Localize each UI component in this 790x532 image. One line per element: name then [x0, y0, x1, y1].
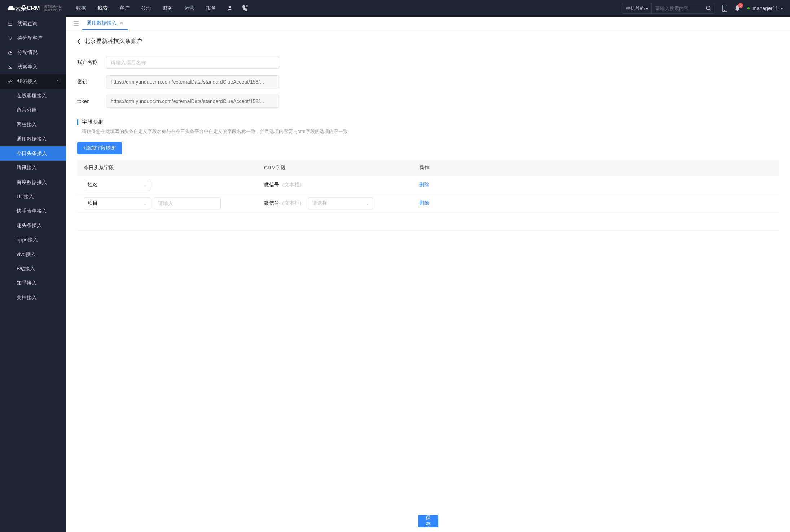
field-input[interactable]	[154, 197, 221, 209]
sidebar-sub-kuaishou[interactable]: 快手表单接入	[0, 204, 66, 218]
sidebar-sub-uc[interactable]: UC接入	[0, 190, 66, 204]
logo-text: 云朵CRM	[15, 5, 40, 12]
search-type-select[interactable]: 手机号码 ▾	[622, 3, 652, 13]
sidebar-item-pending[interactable]: ▽ 待分配客户	[0, 31, 66, 45]
mapping-desc: 请确保您在此填写的头条自定义字段名称与在今日头条平台中自定义的字段名称一致，并且…	[77, 128, 779, 135]
collapse-icon[interactable]	[70, 21, 82, 26]
table-row: 姓名 ⌄ 微信号（文本框） 删除	[77, 176, 779, 194]
search-button[interactable]	[702, 3, 715, 13]
mapping-table: 今日头条字段 CRM字段 操作 姓名 ⌄ 微信号（文本框）	[77, 160, 779, 231]
bell-icon[interactable]: 5	[734, 5, 740, 12]
chevron-down-icon: ⌄	[144, 201, 146, 205]
close-icon[interactable]: ✕	[120, 21, 123, 26]
key-label: 密钥	[77, 79, 106, 85]
nav-clues[interactable]: 线索	[98, 5, 108, 12]
logo-subtitle: 教育机构一站 式服务云平台	[42, 5, 62, 12]
crm-label: 微信号（文本框）	[264, 182, 304, 188]
search-container: 手机号码 ▾	[622, 3, 715, 14]
sidebar-sub-general-data[interactable]: 通用数据接入	[0, 132, 66, 146]
chevron-down-icon: ▾	[781, 6, 783, 10]
sidebar-sub-online-cs[interactable]: 在线客服接入	[0, 89, 66, 103]
nav-customers[interactable]: 客户	[119, 5, 130, 12]
back-button[interactable]	[77, 39, 81, 44]
nav-operations[interactable]: 运营	[184, 5, 194, 12]
crm-label: 微信号（文本框）	[264, 200, 304, 207]
search-input[interactable]	[652, 3, 702, 13]
chevron-down-icon: ▾	[646, 6, 648, 10]
user-menu[interactable]: manager11 ▾	[747, 5, 783, 11]
svg-point-0	[229, 6, 231, 8]
sidebar-sub-qutoutiao[interactable]: 趣头条接入	[0, 218, 66, 233]
tabs-bar: 通用数据接入 ✕	[66, 17, 790, 30]
page-body: 北京昱新科技头条账户 账户名称 密钥 token 字段映射 请确保您在此填写的头…	[66, 30, 790, 532]
sidebar-item-clue-query[interactable]: ☰ 线索查询	[0, 17, 66, 31]
field-select[interactable]: 姓名 ⌄	[84, 179, 150, 191]
sidebar-sub-meiyou[interactable]: 美柚接入	[0, 291, 66, 305]
svg-point-4	[724, 10, 725, 11]
table-row: 项目 ⌄ 微信号（文本框） 请选择 ⌄ 删除	[77, 194, 779, 213]
nav-data[interactable]: 数据	[76, 5, 86, 12]
status-dot	[747, 7, 750, 9]
chevron-down-icon: ⌄	[366, 201, 369, 205]
main-nav: 数据 线索 客户 公海 财务 运营 报名	[76, 5, 216, 12]
chevron-up-icon: ⌃	[56, 80, 59, 84]
tab-general-data[interactable]: 通用数据接入 ✕	[82, 17, 128, 30]
svg-point-2	[706, 6, 710, 10]
token-input[interactable]	[106, 95, 279, 108]
account-name-label: 账户名称	[77, 59, 106, 66]
content-area: 通用数据接入 ✕ 北京昱新科技头条账户 账户名称 密钥 token	[66, 17, 790, 532]
delete-link[interactable]: 删除	[419, 182, 429, 187]
account-name-input[interactable]	[106, 56, 279, 69]
top-header: 云朵CRM 教育机构一站 式服务云平台 数据 线索 客户 公海 财务 运营 报名…	[0, 0, 790, 17]
cloud-icon	[7, 5, 15, 11]
footer-bar: 保存	[66, 510, 790, 532]
field-select[interactable]: 项目 ⌄	[84, 197, 150, 209]
th-crm-field: CRM字段	[264, 165, 419, 171]
sidebar-item-access[interactable]: ☍ 线索接入 ⌃	[0, 74, 66, 89]
save-button[interactable]: 保存	[418, 515, 438, 527]
sidebar-item-import[interactable]: ⇲ 线索导入	[0, 60, 66, 74]
plug-icon: ☍	[7, 79, 13, 84]
sidebar-sub-toutiao[interactable]: 今日头条接入	[0, 146, 66, 161]
chevron-down-icon: ⌄	[144, 183, 146, 187]
sidebar-sub-bilibili[interactable]: B站接入	[0, 262, 66, 276]
nav-public[interactable]: 公海	[141, 5, 151, 12]
crm-select[interactable]: 请选择 ⌄	[308, 197, 373, 209]
table-header: 今日头条字段 CRM字段 操作	[77, 160, 779, 176]
sidebar-sub-zhihu[interactable]: 知乎接入	[0, 276, 66, 291]
sidebar-item-distribution[interactable]: ◔ 分配情况	[0, 45, 66, 60]
nav-enroll[interactable]: 报名	[206, 5, 216, 12]
sidebar-sub-baidu[interactable]: 百度数据接入	[0, 175, 66, 190]
sidebar-sub-oppo[interactable]: oppo接入	[0, 233, 66, 247]
mapping-title: 字段映射	[82, 119, 104, 125]
page-title: 北京昱新科技头条账户	[84, 37, 142, 45]
token-label: token	[77, 98, 106, 104]
list-icon: ☰	[7, 21, 13, 27]
sidebar-sub-vivo[interactable]: vivo接入	[0, 247, 66, 262]
filter-icon: ▽	[7, 35, 13, 41]
add-mapping-button[interactable]: +添加字段映射	[77, 142, 122, 154]
nav-finance[interactable]: 财务	[163, 5, 173, 12]
import-icon: ⇲	[7, 64, 13, 70]
key-input[interactable]	[106, 75, 279, 88]
section-bar	[77, 119, 78, 125]
sidebar: ☰ 线索查询 ▽ 待分配客户 ◔ 分配情况 ⇲ 线索导入 ☍ 线索接入 ⌃ 在线…	[0, 17, 66, 532]
notif-badge: 5	[738, 3, 743, 8]
sidebar-sub-tencent[interactable]: 腾讯接入	[0, 161, 66, 175]
user-add-icon[interactable]	[227, 5, 233, 12]
phone-icon[interactable]	[242, 5, 249, 12]
pie-icon: ◔	[7, 50, 13, 56]
th-action: 操作	[419, 165, 448, 171]
sidebar-sub-message-group[interactable]: 留言分组	[0, 103, 66, 118]
th-toutiao-field: 今日头条字段	[84, 165, 264, 171]
delete-link[interactable]: 删除	[419, 200, 429, 206]
logo: 云朵CRM 教育机构一站 式服务云平台	[7, 5, 62, 12]
table-empty-row	[77, 213, 779, 231]
mobile-icon[interactable]	[722, 5, 727, 12]
username: manager11	[752, 5, 778, 11]
sidebar-sub-school[interactable]: 网校接入	[0, 118, 66, 132]
